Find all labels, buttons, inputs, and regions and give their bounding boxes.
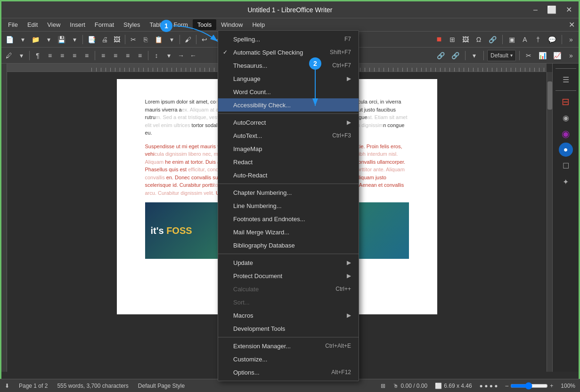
- print-preview[interactable]: 🖼: [111, 33, 123, 46]
- menu-macros[interactable]: Macros ▶: [218, 309, 359, 322]
- menu-word-count[interactable]: Word Count...: [218, 85, 359, 98]
- menu-tools[interactable]: Tools: [193, 19, 216, 30]
- sidebar-star-icon[interactable]: ✦: [559, 175, 573, 189]
- menu-file[interactable]: File: [3, 19, 23, 30]
- fmt-sep-right: [465, 51, 466, 60]
- menu-thesaurus[interactable]: Thesaurus... Ctrl+F7: [218, 59, 359, 72]
- menu-view[interactable]: View: [42, 19, 65, 30]
- paste-button[interactable]: 📋: [152, 33, 165, 46]
- clone-format[interactable]: 🖌: [182, 33, 194, 46]
- menu-accessibility[interactable]: Accessibility Check...: [218, 98, 359, 112]
- cut-button[interactable]: ✂: [128, 33, 139, 46]
- line-spacing-icon[interactable]: ↕: [151, 49, 162, 62]
- new-button[interactable]: 📄: [3, 33, 16, 46]
- unordered-list-icon[interactable]: ≡: [57, 49, 68, 62]
- sidebar-menu-icon[interactable]: ☰: [559, 72, 573, 87]
- menu-bar-close[interactable]: ✕: [569, 20, 575, 29]
- chart-icon1[interactable]: 📊: [536, 49, 549, 62]
- menu-help[interactable]: Help: [247, 19, 270, 30]
- menu-options[interactable]: Options... Alt+F12: [218, 366, 359, 379]
- line-spacing-dropdown[interactable]: ▾: [163, 49, 174, 62]
- scrollbar-thumb[interactable]: [547, 81, 552, 110]
- maximize-button[interactable]: ⬜: [544, 4, 559, 15]
- menu-auto-redact[interactable]: Auto-Redact: [218, 168, 359, 182]
- link-icon2[interactable]: 🔗: [449, 49, 462, 62]
- special-char-icon[interactable]: Ω: [473, 33, 484, 46]
- chart-icon2[interactable]: 📈: [551, 49, 564, 62]
- menu-form[interactable]: Form: [169, 19, 192, 30]
- menu-spelling[interactable]: Spelling... F7: [218, 32, 359, 46]
- link-icon1[interactable]: 🔗: [434, 49, 447, 62]
- new-dropdown[interactable]: ▾: [17, 33, 28, 46]
- menu-protect-doc[interactable]: Protect Document ▶: [218, 269, 359, 282]
- paragraph-style-dropdown[interactable]: Default ▾: [487, 50, 516, 61]
- paragraph-icon[interactable]: ¶: [32, 49, 43, 62]
- more-icon[interactable]: »: [565, 33, 577, 46]
- menu-redact[interactable]: Redact: [218, 155, 359, 168]
- menu-edit[interactable]: Edit: [23, 19, 42, 30]
- menu-autotext[interactable]: AutoText... Ctrl+F3: [218, 129, 359, 142]
- paste-dropdown[interactable]: ▾: [166, 33, 177, 46]
- sidebar-styles-icon[interactable]: ⊟: [559, 95, 573, 109]
- increase-indent[interactable]: →: [175, 49, 187, 62]
- styles-dropdown-icon[interactable]: 🖊: [3, 49, 15, 62]
- menu-auto-spell[interactable]: ✓ Automatic Spell Checking Shift+F7: [218, 46, 359, 59]
- insert-comment-icon[interactable]: 💬: [546, 33, 558, 46]
- menu-language[interactable]: Language ▶: [218, 72, 359, 85]
- indent-icon[interactable]: ≡: [81, 49, 92, 62]
- fontwork-icon[interactable]: A: [519, 33, 531, 46]
- track-changes-icon[interactable]: ■: [433, 33, 445, 46]
- sidebar-square-icon[interactable]: ☐: [559, 159, 573, 173]
- menu-window[interactable]: Window: [216, 19, 247, 30]
- copy-button[interactable]: ⎘: [140, 33, 151, 46]
- zoom-out-icon[interactable]: –: [506, 383, 509, 389]
- menu-insert[interactable]: Insert: [65, 19, 90, 30]
- minimize-button[interactable]: –: [531, 5, 540, 15]
- menu-autocorrect[interactable]: AutoCorrect ▶: [218, 116, 359, 129]
- save-button[interactable]: 💾: [55, 33, 68, 46]
- menu-extension-manager[interactable]: Extension Manager... Ctrl+Alt+E: [218, 339, 359, 352]
- insert-image-icon[interactable]: 🖼: [460, 33, 471, 46]
- menu-footnotes[interactable]: Footnotes and Endnotes...: [218, 212, 359, 225]
- open-dropdown[interactable]: ▾: [43, 33, 54, 46]
- undo-button[interactable]: ↩: [199, 33, 210, 46]
- zoom-input[interactable]: [510, 382, 548, 390]
- save-dropdown[interactable]: ▾: [69, 33, 80, 46]
- close-button[interactable]: ✕: [563, 4, 575, 15]
- zoom-in-icon[interactable]: +: [550, 383, 553, 389]
- separator-3: [180, 35, 180, 44]
- decrease-indent[interactable]: ←: [188, 49, 199, 62]
- align-icon2[interactable]: ≡: [110, 49, 121, 62]
- menu-customize[interactable]: Customize...: [218, 352, 359, 366]
- align-left[interactable]: ≡: [98, 49, 109, 62]
- open-button[interactable]: 📁: [29, 33, 42, 46]
- menu-dev-tools[interactable]: Development Tools: [218, 322, 359, 335]
- menu-format[interactable]: Format: [90, 19, 119, 30]
- menu-mail-merge[interactable]: Mail Merge Wizard...: [218, 225, 359, 239]
- sidebar-nav-icon[interactable]: ◉: [559, 111, 573, 125]
- menu-update[interactable]: Update ▶: [218, 256, 359, 269]
- vertical-scrollbar[interactable]: [547, 72, 552, 372]
- text-box-icon[interactable]: ▣: [506, 33, 517, 46]
- print-button[interactable]: 🖨: [99, 33, 110, 46]
- insert-table-icon[interactable]: ⊞: [447, 33, 458, 46]
- insert-footnote-icon[interactable]: †: [532, 33, 544, 46]
- sidebar-page-icon[interactable]: ◉: [559, 127, 573, 141]
- crop-icon[interactable]: ✂: [523, 49, 534, 62]
- align-icon4[interactable]: ≡: [134, 49, 146, 62]
- menu-chapter-numbering[interactable]: Chapter Numbering...: [218, 186, 359, 199]
- menu-bibliography[interactable]: Bibliography Database: [218, 239, 359, 252]
- styles-dropdown-arrow[interactable]: ▾: [16, 49, 27, 62]
- align-icon3[interactable]: ≡: [122, 49, 133, 62]
- menu-imagemap[interactable]: ImageMap: [218, 142, 359, 155]
- fmt-btn3[interactable]: ≡: [69, 49, 80, 62]
- hyperlink-icon[interactable]: 🔗: [486, 33, 499, 46]
- export-pdf[interactable]: 📑: [85, 33, 98, 46]
- ordered-list-icon[interactable]: ≡: [44, 49, 56, 62]
- menu-line-numbering[interactable]: Line Numbering...: [218, 199, 359, 212]
- menu-styles[interactable]: Styles: [119, 19, 145, 30]
- sidebar-search-active-icon[interactable]: ●: [559, 143, 573, 157]
- more-fmt[interactable]: »: [565, 49, 577, 62]
- highlight-dropdown[interactable]: ▾: [469, 49, 480, 62]
- zoom-slider[interactable]: – +: [506, 382, 554, 390]
